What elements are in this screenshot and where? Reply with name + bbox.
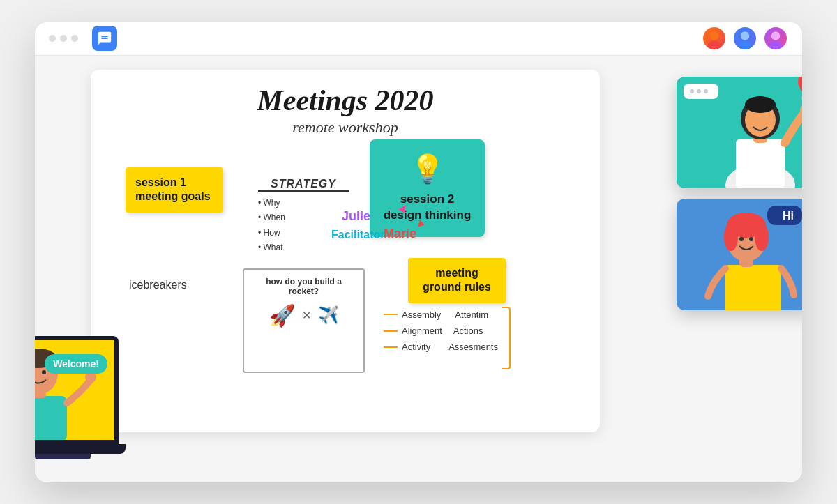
- icebreakers-label: icebreakers: [129, 279, 187, 291]
- strategy-item-what: What: [258, 240, 349, 256]
- paper-plane-emoji: ✈️: [318, 305, 339, 325]
- svg-point-16: [745, 96, 776, 113]
- content-area: Meetings 2020 remote workshop session 1 …: [35, 56, 802, 482]
- strategy-item-when: When: [258, 211, 349, 226]
- assembly-row-2: Alignment Actions: [384, 323, 498, 339]
- dot-2: [60, 35, 67, 42]
- ground-rules-sticky: meeting ground rules: [408, 258, 506, 304]
- avatar-user1[interactable]: [702, 26, 727, 51]
- svg-point-2: [741, 31, 749, 40]
- browser-window: Meetings 2020 remote workshop session 1 …: [35, 22, 802, 482]
- assembly-col1-1: Assembly: [402, 307, 441, 323]
- welcome-bubble: Welcome!: [45, 354, 107, 374]
- svg-rect-12: [736, 139, 785, 188]
- avatar-group: [702, 26, 788, 51]
- svg-text:Hi: Hi: [783, 210, 794, 222]
- rocket-question: how do you build a rocket?: [251, 277, 356, 296]
- julie-label: Julie: [342, 209, 370, 224]
- svg-point-10: [704, 89, 708, 93]
- svg-rect-23: [725, 265, 781, 310]
- session2-sticky: 💡 session 2 design thinking: [370, 139, 485, 237]
- bracket-decoration: [502, 307, 511, 369]
- ground-rules-line2: ground rules: [418, 280, 496, 295]
- main-title: Meetings 2020: [105, 84, 586, 117]
- assembly-col2-2: Actions: [453, 323, 483, 339]
- video-panel-2: Hi: [677, 199, 802, 310]
- svg-point-8: [690, 89, 694, 93]
- svg-point-4: [771, 31, 780, 40]
- strategy-item-why: Why: [258, 196, 349, 211]
- session1-line2: meeting goals: [135, 190, 213, 204]
- sub-title: remote workshop: [105, 119, 586, 137]
- plus-symbol: ✕: [302, 309, 311, 322]
- svg-point-27: [724, 223, 738, 251]
- laptop-screen: Welcome!: [35, 336, 119, 444]
- dot-3: [71, 35, 78, 42]
- browser-bar: [35, 22, 802, 56]
- laptop-illustration: Welcome!: [35, 336, 160, 482]
- assembly-row-3: Activity Assesments: [384, 339, 498, 355]
- marie-label: Marie: [384, 227, 416, 241]
- svg-point-0: [710, 31, 718, 40]
- strategy-title: STRATEGY: [258, 178, 349, 192]
- assembly-col2-1: Attentim: [455, 307, 488, 323]
- svg-point-29: [739, 237, 744, 241]
- session1-sticky: session 1 meeting goals: [126, 167, 223, 213]
- svg-point-1: [707, 41, 721, 49]
- chat-icon: [97, 31, 112, 46]
- rocket-emoji-1: 🚀: [269, 303, 295, 328]
- assembly-col1-3: Activity: [402, 339, 430, 355]
- laptop-base: [35, 444, 126, 454]
- app-logo[interactable]: [92, 26, 117, 51]
- assembly-col2-3: Assesments: [448, 339, 498, 355]
- dash-2: [384, 330, 398, 332]
- person-illustration-2: Hi: [677, 199, 802, 310]
- strategy-box: STRATEGY Why When How What: [258, 178, 349, 256]
- session1-line1: session 1: [135, 176, 213, 190]
- laptop-stand: [35, 454, 91, 459]
- svg-rect-32: [35, 396, 67, 440]
- dash-1: [384, 314, 398, 315]
- strategy-list: Why When How What: [258, 196, 349, 256]
- video-panel-1: ▶■: [677, 77, 802, 188]
- dot-1: [49, 35, 56, 42]
- rocket-box: how do you build a rocket? 🚀 ✕ ✈️: [243, 268, 365, 373]
- ground-rules-line1: meeting: [418, 266, 496, 281]
- svg-point-9: [697, 89, 701, 93]
- avatar-user2[interactable]: [732, 26, 757, 51]
- person-illustration-1: [677, 77, 802, 188]
- assembly-row-1: Assembly Attentim: [384, 307, 498, 323]
- svg-point-3: [738, 41, 752, 49]
- svg-point-30: [749, 237, 753, 241]
- dash-3: [384, 346, 398, 348]
- assembly-col1-2: Alignment: [402, 323, 442, 339]
- facilitator-label: Facilitator: [331, 229, 384, 241]
- svg-point-37: [42, 370, 46, 374]
- avatar-user3[interactable]: [763, 26, 788, 51]
- whiteboard: Meetings 2020 remote workshop session 1 …: [91, 70, 600, 432]
- svg-point-28: [755, 223, 769, 251]
- browser-dots: [49, 35, 78, 42]
- assembly-section: Assembly Attentim Alignment Actions Acti…: [384, 307, 498, 356]
- session2-line1: session 2: [381, 191, 474, 208]
- svg-point-5: [769, 41, 783, 49]
